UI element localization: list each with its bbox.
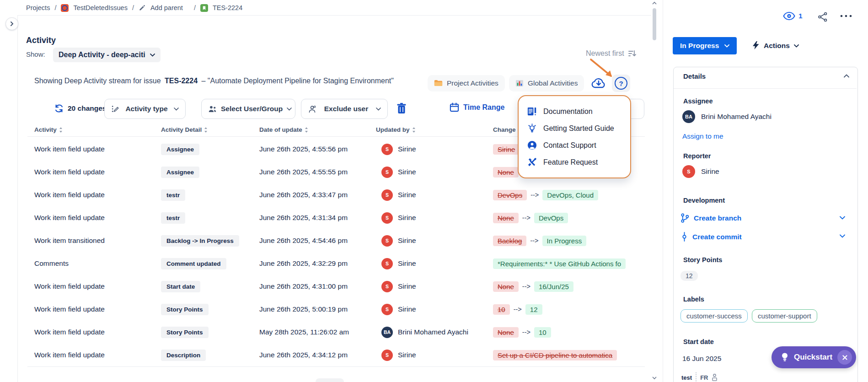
sort-icon (412, 127, 416, 133)
select-user-group-filter[interactable]: Select User/Group (201, 99, 295, 119)
assignee-value[interactable]: BA Brini Mohamed Ayachi (682, 110, 772, 123)
quickstart-button[interactable]: Quickstart (772, 346, 856, 368)
actions-dropdown[interactable]: Actions (753, 41, 799, 50)
date-cell: June 26th 2025, 5:00:19 pm (259, 298, 348, 321)
exclude-user-label: Exclude user (324, 105, 369, 113)
old-value-chip: Backlog (493, 236, 526, 246)
partial-text: test (681, 374, 692, 381)
assign-to-me-link[interactable]: Assign to me (682, 132, 723, 140)
tab-global-activities[interactable]: Global Activities (509, 75, 584, 91)
issue-type-icon (200, 4, 208, 12)
column-header-date[interactable]: Date of update (259, 126, 308, 133)
more-actions-button[interactable] (840, 14, 852, 18)
partial-pill (316, 378, 344, 382)
stream-issue-key: TES-2224 (165, 77, 198, 85)
user-exclude-icon (308, 105, 316, 113)
callout-arrow (589, 58, 618, 83)
share-button[interactable] (818, 12, 828, 22)
change-arrow: --> (522, 328, 530, 336)
chevron-down-icon (150, 54, 155, 57)
stream-description: Showing Deep Activity stream for issue T… (34, 77, 394, 85)
change-arrow: --> (530, 237, 538, 244)
breadcrumb-projects[interactable]: Projects (26, 4, 50, 11)
exclude-user-filter[interactable]: Exclude user (301, 99, 388, 119)
column-header-updated-by[interactable]: Updated by (376, 126, 416, 133)
activity-cell: Work item field update (34, 344, 105, 366)
main-scrollbar[interactable] (651, 0, 658, 382)
user-name: Sirine (398, 168, 416, 176)
changes-count[interactable]: 20 changes (54, 99, 106, 118)
git-branch-icon (680, 213, 689, 223)
help-menu-item-documentation[interactable]: Documentation (519, 103, 630, 120)
old-value-chip: None (493, 327, 519, 338)
chevron-up-icon[interactable] (844, 74, 849, 78)
tools-icon (527, 157, 537, 167)
status-dropdown[interactable]: In Progress (673, 37, 737, 54)
clear-filters-button[interactable] (396, 102, 407, 114)
scroll-up-arrow[interactable] (652, 1, 657, 5)
lightbulb-icon (781, 352, 789, 362)
scroll-down-arrow[interactable] (652, 376, 657, 380)
activity-cell: Work item field update (34, 161, 105, 183)
refresh-icon (54, 103, 64, 113)
quickstart-close-button[interactable] (837, 350, 852, 365)
date-cell: June 26th 2025, 4:55:56 pm (259, 138, 348, 161)
column-header-activity[interactable]: Activity (34, 126, 63, 133)
watchers-button[interactable]: 1 (783, 11, 803, 21)
breadcrumb-issue[interactable]: TES-2224 (213, 4, 242, 11)
create-commit-link[interactable]: Create commit (681, 232, 742, 242)
assignee-label: Assignee (683, 97, 713, 105)
help-menu-item-contact-support[interactable]: Contact Support (519, 137, 630, 154)
time-range-button[interactable]: Time Range (450, 102, 504, 112)
story-points-value[interactable]: 12 (680, 271, 698, 281)
sidebar-expand-button[interactable] (5, 17, 18, 30)
label-pill[interactable]: customer-success (680, 309, 748, 323)
help-menu-item-feature-request[interactable]: Feature Request (519, 154, 630, 171)
column-header-detail[interactable]: Activity Detail (161, 126, 208, 133)
table-bottom-divider (27, 366, 645, 367)
new-value-chip: DevOps (534, 213, 568, 223)
date-cell: June 26th 2025, 4:54:46 pm (259, 229, 348, 252)
activity-detail-badge: Comment updated (161, 258, 226, 269)
time-range-label: Time Range (463, 103, 504, 112)
user-name: Sirine (398, 214, 416, 222)
scrollbar-thumb[interactable] (653, 8, 656, 40)
sort-order-button[interactable]: Newest first (586, 49, 636, 58)
start-date-value[interactable]: 16 Jun 2025 (682, 355, 721, 363)
activity-type-filter[interactable]: Activity type (104, 99, 186, 119)
panel-divider (663, 0, 663, 382)
language-badge[interactable]: FR (700, 374, 708, 381)
tab-project-activities[interactable]: Project Activities (428, 75, 505, 91)
column-header-change[interactable]: Change (493, 126, 516, 133)
avatar: S (381, 281, 393, 292)
close-icon (842, 355, 847, 360)
old-value-chip: DevOps (493, 190, 527, 200)
create-commit-label: Create commit (692, 233, 742, 241)
new-value-chip: In Progress (542, 236, 587, 246)
avatar: S (381, 144, 393, 155)
reporter-avatar: S (682, 165, 695, 178)
breadcrumb-project[interactable]: TestDeletedIssues (73, 4, 127, 11)
change-arrow: --> (514, 306, 522, 313)
breadcrumb-add-parent[interactable]: Add parent (150, 4, 183, 11)
chevron-down-icon (376, 108, 381, 111)
chevron-down-icon[interactable] (840, 216, 845, 220)
breadcrumb-separator: / (194, 4, 196, 11)
activity-stream-select[interactable]: Deep Activity - deep-aciti (53, 48, 161, 62)
create-branch-link[interactable]: Create branch (680, 213, 741, 223)
help-menu-item-getting-started[interactable]: Getting Started Guide (519, 120, 630, 137)
reporter-value[interactable]: S Sirine (682, 165, 719, 178)
story-points-label: Story Points (683, 256, 722, 264)
details-title[interactable]: Details (683, 72, 706, 80)
trash-icon (396, 102, 407, 114)
chevron-down-icon[interactable] (840, 234, 845, 238)
label-pill[interactable]: customer-support (752, 309, 817, 323)
activity-detail-badge: Assignee (161, 167, 199, 178)
table-row: Work item transitioned Backlog -> In Pro… (0, 229, 645, 252)
chevron-down-icon (287, 108, 292, 111)
activity-detail-badge: Story Points (161, 304, 209, 315)
activity-type-label: Activity type (125, 105, 167, 113)
table-row: Work item field update Story Points June… (0, 298, 645, 321)
activity-detail-badge: Story Points (161, 327, 209, 338)
chevron-down-icon (724, 44, 729, 48)
